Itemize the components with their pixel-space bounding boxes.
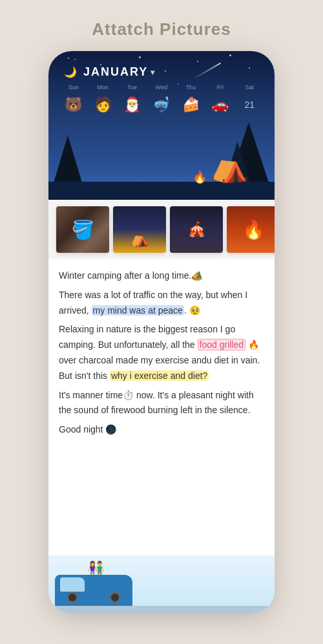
campfire-icon: 🔥 — [193, 170, 207, 184]
cal-emoji-wed[interactable]: 🤿 — [150, 93, 173, 116]
road — [48, 606, 275, 614]
van-wheel-left — [67, 592, 78, 603]
page-title: Attatch Pictures — [92, 19, 231, 39]
paragraph-4: It's manner time⏱️ now. It's a pleasant … — [59, 388, 264, 419]
month-label: 🌙 JANUARY ▾ — [64, 65, 264, 79]
paragraph-3: Relaxing in nature is the biggest reason… — [59, 322, 264, 383]
phone-frame: ⛺ 🔥 🌙 JANUARY ▾ Sun Mon Tue Wed Thu Fri … — [48, 51, 275, 614]
van-wheel-right — [109, 592, 121, 603]
calendar-emoji-row: 🐻 🧑 🎅 🤿 🍰 🚗 21 — [59, 93, 264, 116]
cal-emoji-thu[interactable]: 🍰 — [179, 93, 202, 116]
day-thu: Thu — [179, 84, 202, 91]
para2-after: . 🥹 — [184, 305, 200, 316]
cal-emoji-fri[interactable]: 🚗 — [209, 93, 232, 116]
phone-header: ⛺ 🔥 🌙 JANUARY ▾ Sun Mon Tue Wed Thu Fri … — [48, 51, 275, 200]
photo-item-lights[interactable] — [170, 206, 223, 253]
van-window — [60, 577, 85, 592]
bottom-illustration: 👫 — [48, 555, 275, 614]
photo-item-mug[interactable] — [56, 206, 109, 253]
photo-item-tent[interactable] — [113, 206, 166, 253]
paragraph-1: Winter camping after a long time.🏕️ — [59, 268, 264, 284]
highlight-exercise-diet: why i exercise and diet? — [110, 370, 209, 381]
cal-emoji-sun[interactable]: 🐻 — [62, 93, 85, 116]
cal-number[interactable]: 21 — [238, 93, 261, 116]
month-text: JANUARY — [83, 65, 148, 79]
para1-text: Winter camping after a long time.🏕️ — [59, 270, 202, 281]
calendar-days-header: Sun Mon Tue Wed Thu Fri Sat — [59, 84, 264, 91]
tent-icon: ⛺ — [210, 148, 249, 184]
moon-icon: 🌙 — [64, 66, 78, 78]
chevron-down-icon[interactable]: ▾ — [151, 68, 156, 77]
paragraph-goodnight: Good night 🌑 — [59, 422, 264, 438]
ground — [48, 182, 275, 200]
photo-item-fire[interactable] — [227, 206, 275, 253]
highlight-food-grilled: food grilled — [198, 339, 246, 350]
para4-text: It's manner time⏱️ now. It's a pleasant … — [59, 390, 254, 416]
cal-emoji-mon[interactable]: 🧑 — [91, 93, 114, 116]
paragraph-2: There was a lot of traffic on the way, b… — [59, 288, 264, 319]
day-fri: Fri — [209, 84, 232, 91]
good-night-text: Good night 🌑 — [59, 424, 116, 435]
cal-emoji-tue[interactable]: 🎅 — [121, 93, 144, 116]
photo-strip — [48, 200, 275, 259]
highlight-peace: my mind was at peace — [92, 305, 184, 316]
day-mon: Mon — [91, 84, 114, 91]
day-sun: Sun — [62, 84, 85, 91]
van-body — [55, 575, 132, 607]
day-sat: Sat — [238, 84, 261, 91]
content-area[interactable]: Winter camping after a long time.🏕️ Ther… — [48, 259, 275, 555]
day-wed: Wed — [150, 84, 173, 91]
day-tue: Tue — [121, 84, 144, 91]
